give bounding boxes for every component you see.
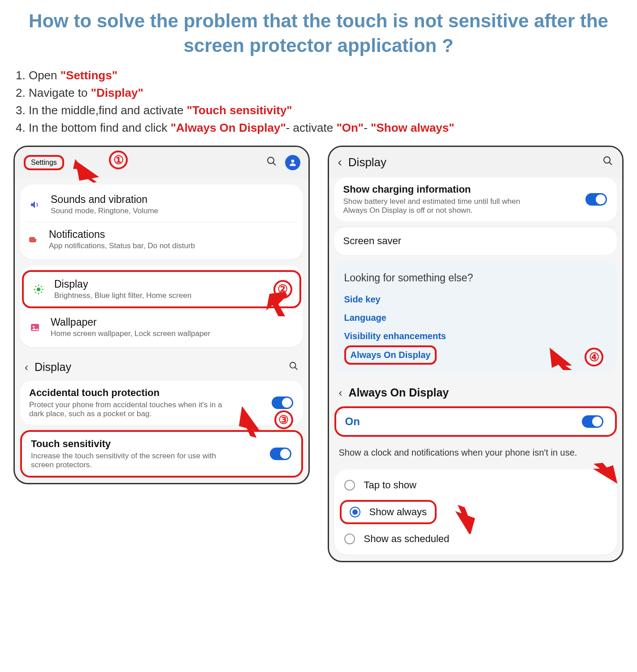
sound-icon (28, 198, 42, 211)
radio-show-always[interactable]: Show always (340, 500, 437, 524)
svg-point-19 (290, 362, 295, 368)
svg-point-18 (33, 326, 35, 327)
toggle-switch[interactable] (270, 448, 291, 460)
radio-tap-to-show[interactable]: Tap to show (334, 472, 617, 498)
settings-group-1: Sounds and vibration Sound mode, Rington… (20, 185, 303, 259)
svg-line-12 (35, 286, 36, 287)
settings-header: Settings ① (15, 147, 308, 178)
looking-title: Looking for something else? (344, 272, 607, 284)
notification-icon (26, 233, 40, 246)
radio-icon (344, 480, 355, 491)
looking-for-card: Looking for something else? Side key Lan… (334, 261, 617, 373)
svg-point-2 (291, 160, 294, 163)
svg-line-15 (41, 286, 42, 287)
setting-title: Screen saver (343, 235, 608, 247)
row-title: Wallpaper (51, 316, 210, 328)
profile-avatar-icon[interactable] (285, 155, 300, 170)
back-icon[interactable]: ‹ (338, 155, 342, 169)
search-icon[interactable] (266, 156, 277, 169)
setting-title: Touch sensitivity (31, 438, 292, 450)
section-title: Display (35, 361, 71, 374)
svg-point-0 (268, 157, 274, 164)
brightness-icon (32, 283, 45, 296)
link-visibility[interactable]: Visibility enhancements (344, 327, 607, 345)
link-side-key[interactable]: Side key (344, 290, 607, 309)
svg-line-14 (35, 292, 36, 293)
radio-label: Show as scheduled (364, 533, 450, 545)
radio-icon (350, 507, 360, 517)
toggle-switch[interactable] (582, 415, 603, 428)
arrow-icon (263, 292, 290, 323)
step-badge-1: ① (109, 151, 128, 169)
aod-radio-group: Tap to show Show always Show as schedule… (334, 470, 617, 555)
settings-title: Settings (24, 155, 64, 170)
row-sub: Sound mode, Ringtone, Volume (51, 207, 158, 215)
setting-sub: Show battery level and estimated time un… (343, 197, 539, 215)
section-title: Always On Display (349, 386, 449, 399)
arrow-icon (592, 461, 619, 492)
charging-info-card[interactable]: Show charging information Show battery l… (334, 177, 617, 221)
arrow-icon (236, 407, 267, 438)
svg-point-7 (37, 287, 41, 291)
settings-group-2: Display Brightness, Blue light filter, H… (20, 266, 303, 347)
display-section-header: ‹ Display (15, 353, 308, 381)
svg-line-20 (295, 367, 297, 370)
svg-line-1 (273, 163, 276, 165)
row-title: Sounds and vibration (51, 194, 158, 206)
row-sub: Home screen wallpaper, Lock screen wallp… (51, 329, 210, 338)
svg-marker-24 (550, 348, 572, 370)
toggle-switch[interactable] (585, 193, 607, 206)
row-sub: App notifications, Status bar, Do not di… (49, 241, 195, 250)
page-title: How to solve the problem that the touch … (4, 9, 633, 58)
svg-marker-25 (592, 461, 619, 490)
accidental-touch-card[interactable]: Accidental touch protection Protect your… (20, 381, 303, 425)
radio-label: Tap to show (364, 479, 416, 491)
row-title: Display (54, 278, 191, 290)
row-title: Notifications (49, 228, 195, 241)
aod-on-card[interactable]: On (334, 406, 617, 437)
aod-section-header: ‹ Always On Display (329, 379, 623, 406)
svg-marker-26 (449, 505, 477, 534)
on-label: On (345, 415, 360, 428)
link-language[interactable]: Language (344, 309, 607, 327)
wallpaper-row[interactable]: Wallpaper Home screen wallpaper, Lock sc… (20, 310, 303, 345)
setting-title: Accidental touch protection (29, 387, 294, 399)
setting-sub: Protect your phone from accidental touch… (29, 401, 225, 418)
notifications-row[interactable]: Notifications App notifications, Status … (26, 222, 297, 257)
radio-icon (344, 534, 355, 544)
arrow-icon (545, 348, 576, 375)
svg-point-6 (35, 236, 37, 239)
svg-marker-21 (236, 407, 266, 438)
setting-title: Show charging information (343, 184, 608, 195)
settings-phone: Settings ① (13, 146, 310, 484)
display-phone: ‹ Display Show charging information Show… (328, 146, 624, 562)
arrow-icon (73, 157, 100, 184)
sounds-row[interactable]: Sounds and vibration Sound mode, Rington… (20, 187, 303, 222)
radio-label: Show always (369, 506, 427, 518)
setting-sub: Increase the touch sensitivity of the sc… (31, 452, 224, 470)
instruction-steps: 1. Open "Settings" 2. Navigate to "Displ… (16, 67, 621, 137)
back-icon[interactable]: ‹ (25, 361, 28, 374)
svg-line-23 (609, 162, 612, 165)
wallpaper-icon (28, 321, 42, 334)
svg-line-13 (41, 292, 42, 293)
step-badge-3: ③ (274, 410, 293, 429)
screen-saver-row[interactable]: Screen saver (334, 227, 617, 255)
row-sub: Brightness, Blue light filter, Home scre… (54, 291, 191, 300)
step-badge-4: ④ (585, 348, 603, 366)
back-icon[interactable]: ‹ (339, 387, 342, 399)
search-icon[interactable] (289, 361, 299, 374)
arrow-icon (446, 503, 478, 534)
link-always-on-display[interactable]: Always On Display (344, 345, 437, 365)
toggle-switch[interactable] (272, 396, 293, 409)
header-title: Display (348, 155, 386, 169)
aod-info-text: Show a clock and notifications when your… (329, 442, 623, 467)
display-row[interactable]: Display Brightness, Blue light filter, H… (22, 270, 301, 308)
svg-point-22 (604, 157, 610, 163)
search-icon[interactable] (602, 155, 613, 169)
svg-marker-16 (266, 292, 287, 316)
display-header: ‹ Display (329, 147, 623, 177)
